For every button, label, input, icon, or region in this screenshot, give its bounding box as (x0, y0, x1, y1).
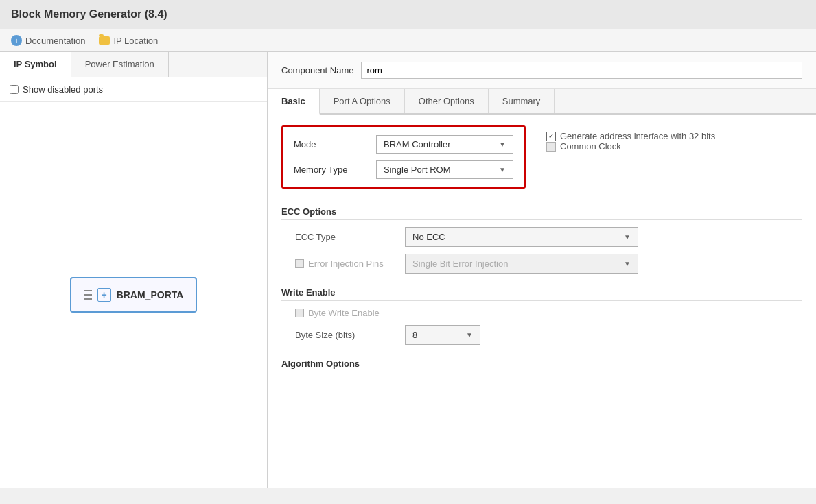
generate-address-label: Generate address interface with 32 bits (560, 131, 715, 141)
memory-type-value: Single Port ROM (384, 165, 451, 175)
mode-label: Mode (294, 139, 376, 149)
tab-other-options[interactable]: Other Options (405, 89, 489, 113)
mode-memory-box: Mode BRAM Controller ▼ Memory Type Singl… (281, 125, 526, 189)
error-injection-row: Error Injection Pins Single Bit Error In… (281, 254, 802, 274)
ip-location-link[interactable]: IP Location (99, 36, 158, 46)
ecc-type-arrow: ▼ (624, 233, 631, 241)
folder-icon (99, 36, 110, 45)
error-injection-checkbox[interactable] (295, 259, 304, 268)
symbol-area: + BRAM_PORTA (0, 102, 267, 488)
mode-value: BRAM Controller (384, 139, 451, 149)
tab-port-a-options[interactable]: Port A Options (320, 89, 405, 113)
memory-type-field-row: Memory Type Single Port ROM ▼ (294, 160, 513, 179)
right-options-section: Generate address interface with 32 bits … (526, 125, 715, 152)
byte-write-enable-label: Byte Write Enable (308, 308, 380, 318)
error-injection-dropdown[interactable]: Single Bit Error Injection ▼ (405, 254, 638, 274)
error-injection-arrow: ▼ (624, 260, 631, 267)
generate-address-checkbox[interactable] (546, 132, 556, 141)
byte-size-label: Byte Size (bits) (295, 330, 405, 340)
documentation-label: Documentation (25, 36, 85, 46)
tab-ip-symbol[interactable]: IP Symbol (0, 52, 71, 77)
show-disabled-ports-label: Show disabled ports (23, 84, 103, 95)
common-clock-label: Common Clock (560, 141, 621, 152)
mode-dropdown[interactable]: BRAM Controller ▼ (376, 135, 513, 154)
error-injection-label: Error Injection Pins (308, 259, 384, 269)
ecc-options-section: ECC Options ECC Type No ECC ▼ Error Inje… (281, 206, 802, 274)
common-clock-row: Common Clock (546, 141, 715, 152)
ecc-type-value: No ECC (412, 232, 445, 242)
component-name-input[interactable] (361, 62, 803, 79)
byte-size-row: Byte Size (bits) 8 ▼ (281, 325, 802, 345)
tab-summary[interactable]: Summary (489, 89, 555, 113)
handle-line-1 (84, 290, 92, 291)
byte-write-enable-checkbox[interactable] (295, 309, 304, 317)
algorithm-header: Algorithm Options (281, 359, 802, 372)
tab-basic-content: Mode BRAM Controller ▼ Memory Type Singl… (268, 115, 816, 397)
left-panel: IP Symbol Power Estimation Show disabled… (0, 52, 268, 488)
byte-size-dropdown[interactable]: 8 ▼ (405, 325, 480, 345)
documentation-link[interactable]: i Documentation (11, 35, 85, 46)
algorithm-options-section: Algorithm Options (281, 359, 802, 372)
ip-location-label: IP Location (113, 36, 158, 46)
top-section: Mode BRAM Controller ▼ Memory Type Singl… (281, 125, 802, 200)
show-disabled-ports-checkbox[interactable] (10, 85, 19, 94)
component-name-label: Component Name (281, 65, 354, 75)
write-enable-header: Write Enable (281, 287, 802, 301)
ecc-type-row: ECC Type No ECC ▼ (281, 227, 802, 247)
tab-basic[interactable]: Basic (268, 89, 320, 115)
byte-size-value: 8 (412, 330, 417, 340)
right-tabs: Basic Port A Options Other Options Summa… (268, 89, 816, 115)
left-tabs: IP Symbol Power Estimation (0, 52, 267, 77)
handle-line-3 (84, 298, 92, 300)
bram-symbol: + BRAM_PORTA (70, 277, 198, 313)
ecc-type-dropdown[interactable]: No ECC ▼ (405, 227, 638, 247)
byte-size-arrow: ▼ (466, 331, 473, 339)
mode-dropdown-arrow: ▼ (499, 141, 506, 148)
mode-field-row: Mode BRAM Controller ▼ (294, 135, 513, 154)
app-container: Block Memory Generator (8.4) i Documenta… (0, 0, 816, 504)
memory-type-label: Memory Type (294, 165, 376, 175)
common-clock-checkbox[interactable] (546, 142, 556, 152)
top-nav: i Documentation IP Location (0, 29, 816, 52)
component-name-row: Component Name (268, 52, 816, 89)
ecc-type-label: ECC Type (295, 232, 405, 242)
title-bar: Block Memory Generator (8.4) (0, 0, 816, 29)
error-injection-value: Single Bit Error Injection (412, 259, 508, 269)
show-disabled-ports-row: Show disabled ports (0, 77, 267, 102)
bram-drag-handle[interactable] (84, 290, 92, 300)
handle-line-2 (84, 294, 92, 296)
memory-type-dropdown-arrow: ▼ (499, 166, 506, 173)
write-enable-section: Write Enable Byte Write Enable Byte Size… (281, 287, 802, 345)
bram-expand-button[interactable]: + (97, 288, 111, 302)
memory-type-dropdown[interactable]: Single Port ROM ▼ (376, 160, 513, 179)
main-content: IP Symbol Power Estimation Show disabled… (0, 52, 816, 488)
byte-write-enable-row: Byte Write Enable (281, 308, 802, 318)
tab-power-estimation[interactable]: Power Estimation (71, 52, 169, 77)
bram-label: BRAM_PORTA (117, 289, 184, 300)
right-panel: Component Name Basic Port A Options Othe… (268, 52, 816, 488)
ecc-section-header: ECC Options (281, 206, 802, 220)
info-icon: i (11, 35, 22, 46)
generate-address-row: Generate address interface with 32 bits (546, 131, 715, 141)
page-title: Block Memory Generator (8.4) (11, 8, 805, 21)
